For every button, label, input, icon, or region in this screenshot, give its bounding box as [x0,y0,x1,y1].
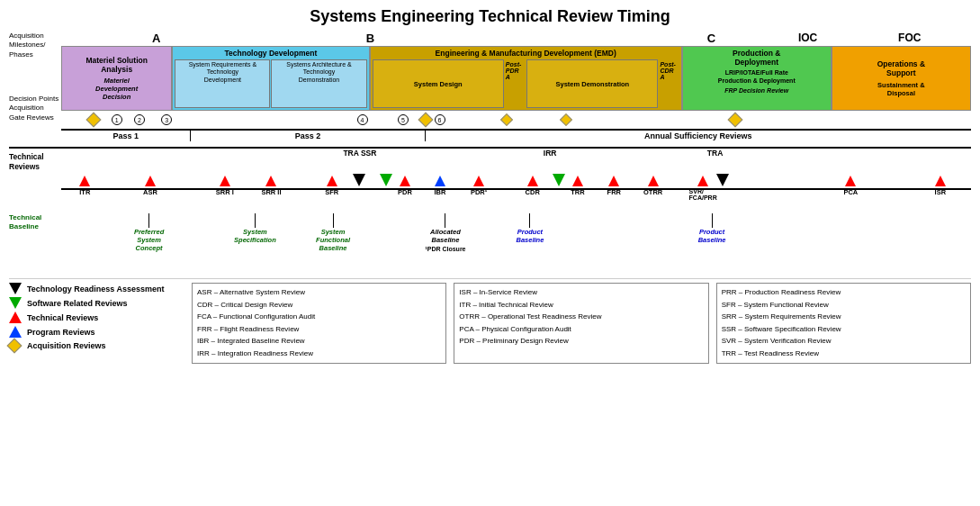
phase-os: Operations &Support Sustainment &Disposa… [832,46,971,111]
diamond-0 [86,113,102,128]
main-container: Systems Engineering Technical Review Tim… [0,0,980,369]
baselines-section: Technical Baseline PreferredSystemConcep… [9,213,971,275]
baseline-product-1: ProductBaseline [517,213,544,244]
technical-baseline-label: Technical Baseline [9,213,59,232]
timeline-line [61,188,971,190]
abbrev-asr: ASR – Alternative System Review [197,286,441,299]
abbrev-isr: ISR – In-Service Review [459,286,703,299]
pd-sub1: LRIP/IOTAE/Full RateProduction & Deploym… [718,68,796,85]
down-arrow-irr [553,174,565,186]
circle-4: 4 [357,114,368,125]
emd-sub2: System Demonstration [526,59,658,108]
abbrev-pca: PCA – Physical Configuration Audit [459,323,703,336]
abbrev-svr: SVR – System Verification Review [722,335,966,348]
pass2: Pass 2 [191,131,425,141]
review-ibr: IBR [435,176,446,196]
review-isr: ISR [935,176,947,196]
review-itr: ITR [79,176,90,196]
abbrev-fca: FCA – Functional Configuration Audit [197,311,441,323]
diamond-post-cdra [560,113,572,126]
milestone-A: A [152,32,160,45]
down-arrow-tra-ssr [353,174,365,186]
tra-ssr-label: TRA SSR [343,149,376,158]
os-sub: Sustainment &Disposal [877,81,925,97]
phase-pd: Production &Deployment LRIP/IOTAE/Full R… [682,46,832,111]
legend-srr-label: Software Related Reviews [27,299,128,308]
baseline-system-spec: SystemSpecification [234,213,276,244]
phase-pd-label: Production &Deployment [733,49,780,67]
ar-icon [7,339,22,354]
tra-label: TRA [707,149,723,158]
abbrev-right2: PRR – Production Readiness Review SFR – … [716,283,971,364]
abbrev-trr: TRR – Test Readiness Review [722,348,966,360]
tr-icon [9,312,22,323]
review-pdr1: PDR¹ [471,176,487,196]
td-sub1: System Requirements &TechnologyDevelopme… [175,59,270,108]
phase-msa-label: Materiel SolutionAnalysis [85,56,147,74]
td-sub2: Systems Architecture &TechnologyDemonstr… [271,59,366,108]
pr-icon [9,326,22,338]
technical-reviews-label: Technical Reviews [9,152,59,172]
phase-emd-label: Engineering & Manufacturing Development … [436,49,616,58]
acq-label: Acquisition Milestones/ Phases [9,32,61,59]
legend-section: Technology Readiness Assessment Software… [9,278,971,364]
page-title: Systems Engineering Technical Review Tim… [9,7,971,26]
phase-msa: Materiel SolutionAnalysis MaterielDevelo… [61,46,172,111]
review-sfr: SFR [325,176,338,196]
phases-row: Materiel SolutionAnalysis MaterielDevelo… [61,46,971,111]
tra-icon [9,283,22,294]
legend-tra: Technology Readiness Assessment [9,283,184,294]
decision-points-label: Decision Points Acquisition Gate Reviews [9,95,61,122]
legend-tra-label: Technology Readiness Assessment [27,285,165,294]
abbrev-ibr: IBR – Integrated Baseline Review [197,335,441,348]
abbrev-cdr: CDR – Critical Design Review [197,299,441,312]
legend-srr: Software Related Reviews [9,297,184,309]
abbrev-irr: IRR – Integration Readiness Review [197,348,441,360]
phase-td-label: Technology Development [225,49,318,58]
baseline-allocated: AllocatedBaseline ¹PDR Closure [425,213,465,252]
review-asr: ASR [143,176,157,196]
abbrev-ssr: SSR – Software Specification Review [722,323,966,336]
abbrev-middle: ASR – Alternative System Review CDR – Cr… [192,283,446,364]
review-otrr: OTRR [643,176,662,196]
phase-td: Technology Development System Requiremen… [172,46,369,111]
diamond-emd [418,113,434,128]
circle-5: 5 [398,114,409,125]
review-srrii: SRR II [261,176,281,196]
abbrev-frr: FRR – Flight Readiness Review [197,323,441,336]
reviews-section: Technical Reviews TRA SSR IRR TRA [9,147,971,213]
milestone-C: C [707,32,715,45]
review-pca: PCA [843,176,858,196]
abbrev-otrr: OTRR – Operational Test Readiness Review [459,311,703,323]
msa-inner-label: MaterielDevelopmentDecision [95,77,138,101]
post-cdra: Post-CDR A [660,61,679,80]
review-cdr: CDR [526,176,540,196]
abbrev-right1: ISR – In-Service Review ITR – Initial Te… [454,283,708,364]
review-trr: TRR [571,176,584,196]
above-labels: TRA SSR IRR TRA [61,149,971,168]
circle-1: 1 [112,114,122,125]
circle-2: 2 [134,114,145,125]
baseline-product-2: ProductBaseline [698,213,726,244]
legend-left: Technology Readiness Assessment Software… [9,283,184,364]
review-svr: SVR/FCA/PRR [689,176,717,201]
pd-sub2: FRP Decision Review [724,87,788,94]
baseline-functional: SystemFunctionalBaseline [316,213,350,252]
phase-emd: Engineering & Manufacturing Development … [370,46,682,111]
circle-3: 3 [161,114,172,125]
post-pdra: Post-PDR A [506,61,525,80]
pass1: Pass 1 [61,131,191,141]
legend-pr-label: Program Reviews [27,328,95,337]
phase-os-label: Operations &Support [877,59,925,77]
abbrev-pdr: PDR – Preliminary Design Review [459,335,703,348]
review-srri: SRR I [216,176,234,196]
milestone-B: B [366,32,374,45]
legend-tr: Technical Reviews [9,312,184,323]
review-pdr: PDR [398,176,412,196]
circle-6: 6 [435,114,445,125]
legend-pr: Program Reviews [9,326,184,338]
legend-tr-label: Technical Reviews [27,313,98,322]
decision-points-row: 1 2 3 4 5 6 [61,111,971,129]
legend-ar-label: Acquisition Reviews [27,341,106,350]
abbrev-prr: PRR – Production Readiness Review [722,286,966,299]
